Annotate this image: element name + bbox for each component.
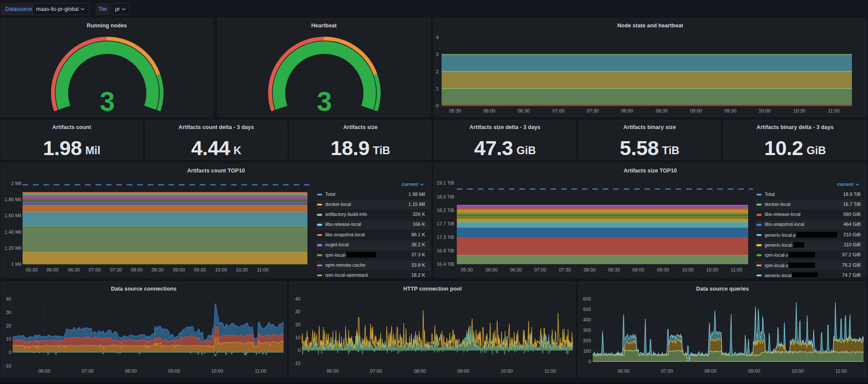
svg-text:3: 3 [99,86,115,116]
svg-text:3: 3 [317,86,332,116]
